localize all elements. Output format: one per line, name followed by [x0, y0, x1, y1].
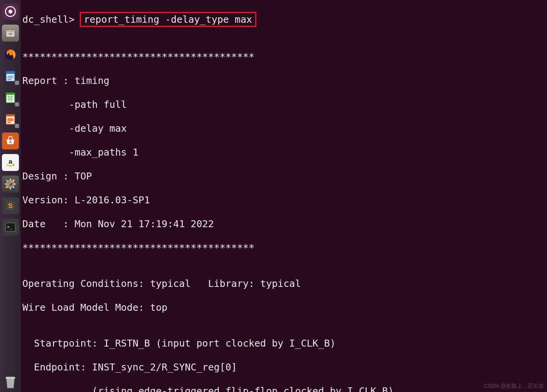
svg-line-30: [7, 180, 8, 181]
svg-rect-3: [6, 30, 15, 32]
svg-rect-4: [9, 33, 12, 35]
writer-icon[interactable]: [2, 68, 19, 85]
dock: A a S >_: [0, 0, 21, 392]
prompt: dc_shell>: [22, 14, 81, 25]
terminal-line: Date : Mon Nov 21 17:19:41 2022: [22, 218, 547, 230]
svg-rect-38: [6, 377, 15, 379]
terminal-line: ****************************************: [22, 51, 547, 63]
svg-text:>_: >_: [7, 224, 13, 230]
svg-text:S: S: [8, 202, 12, 209]
badge-icon: [15, 124, 19, 128]
firefox-icon[interactable]: [2, 46, 19, 63]
svg-rect-19: [6, 114, 15, 116]
badge-icon: [15, 102, 19, 107]
software-center-icon[interactable]: A: [2, 132, 19, 149]
svg-rect-21: [7, 122, 11, 123]
watermark: CSDN @在路上，正出发: [484, 383, 544, 390]
terminal-line: Startpoint: I_RSTN_B (input port clocked…: [22, 337, 547, 349]
svg-rect-20: [7, 118, 13, 122]
svg-rect-12: [6, 93, 15, 95]
terminal-line: (rising edge-triggered flip-flop clocked…: [22, 385, 547, 392]
svg-rect-7: [6, 71, 15, 74]
terminal-line: Version: L-2016.03-SP1: [22, 194, 547, 206]
trash-icon[interactable]: [2, 374, 19, 390]
dash-icon[interactable]: [2, 3, 19, 20]
terminal-line: Wire Load Model Mode: top: [22, 302, 547, 313]
amazon-icon[interactable]: a: [2, 154, 19, 171]
terminal-line: Operating Conditions: typical Library: t…: [22, 278, 547, 290]
terminal-icon[interactable]: >_: [2, 219, 19, 236]
svg-point-1: [8, 10, 12, 13]
calc-icon[interactable]: [2, 89, 19, 106]
terminal-line: Report : timing: [22, 75, 547, 87]
svg-text:a: a: [8, 158, 12, 165]
settings-icon[interactable]: [2, 176, 19, 193]
terminal-line: dc_shell> report_timing -delay_type max: [22, 12, 547, 27]
terminal-line: -path full: [22, 99, 547, 111]
terminal-line: Design : TOP: [22, 170, 547, 182]
svg-line-31: [13, 187, 14, 188]
files-icon[interactable]: [2, 25, 19, 42]
terminal-line: ****************************************: [22, 242, 547, 254]
terminal-line: -max_paths 1: [22, 146, 547, 158]
highlighted-command: report_timing -delay_type max: [80, 12, 257, 27]
svg-text:A: A: [9, 140, 12, 144]
terminal-line: Endpoint: INST_sync_2/R_SYNC_reg[0]: [22, 361, 547, 373]
impress-icon[interactable]: [2, 111, 19, 128]
terminal[interactable]: dc_shell> report_timing -delay_type max …: [21, 0, 547, 392]
sublime-icon[interactable]: S: [2, 197, 19, 214]
badge-icon: [15, 80, 19, 85]
terminal-line: -delay max: [22, 122, 547, 134]
